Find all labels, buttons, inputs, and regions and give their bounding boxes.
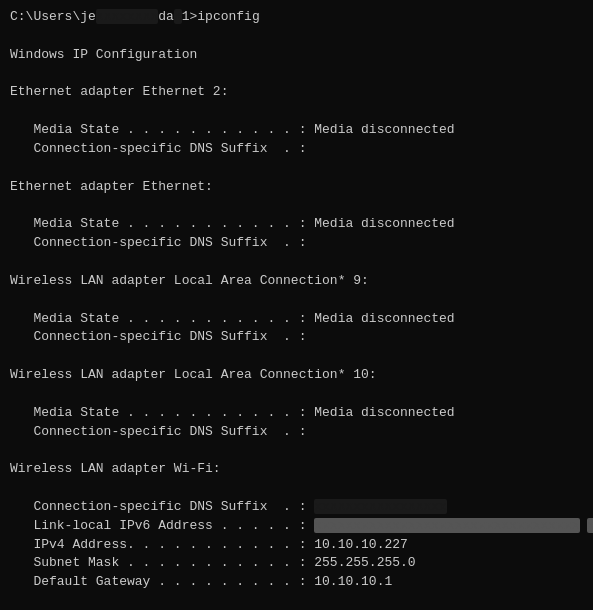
- terminal-window: C:\Users\jexxxxxxxxdax1>ipconfig Windows…: [10, 8, 583, 610]
- section-line: Media State . . . . . . . . . . . : Medi…: [10, 121, 583, 140]
- section-header: Ethernet adapter Ethernet:: [10, 178, 583, 197]
- section-line: IPv4 Address. . . . . . . . . . . : 10.1…: [10, 536, 583, 555]
- section-line: Media State . . . . . . . . . . . : Medi…: [10, 215, 583, 234]
- section-line: Default Gateway . . . . . . . . . : 10.1…: [10, 573, 583, 592]
- section-header: Wireless LAN adapter Wi-Fi:: [10, 460, 583, 479]
- section-line: Media State . . . . . . . . . . . : Medi…: [10, 404, 583, 423]
- section-ethernet: Ethernet adapter Ethernet: Media State .…: [10, 178, 583, 272]
- section-wifi: Wireless LAN adapter Wi-Fi: Connection-s…: [10, 460, 583, 610]
- section-line: Connection-specific DNS Suffix . : xxxxx…: [10, 498, 583, 517]
- section-header: Ethernet adapter Ethernet 2:: [10, 83, 583, 102]
- section-ethernet2: Ethernet adapter Ethernet 2: Media State…: [10, 83, 583, 177]
- section-wlan10: Wireless LAN adapter Local Area Connecti…: [10, 366, 583, 460]
- section-line: Media State . . . . . . . . . . . : Medi…: [10, 310, 583, 329]
- section-line: Subnet Mask . . . . . . . . . . . : 255.…: [10, 554, 583, 573]
- section-wlan9: Wireless LAN adapter Local Area Connecti…: [10, 272, 583, 366]
- section-line: Link-local IPv6 Address . . . . . : xxxx…: [10, 517, 583, 536]
- section-line: Connection-specific DNS Suffix . :: [10, 140, 583, 159]
- section-header: Wireless LAN adapter Local Area Connecti…: [10, 272, 583, 291]
- section-line: Connection-specific DNS Suffix . :: [10, 234, 583, 253]
- section-line: Connection-specific DNS Suffix . :: [10, 328, 583, 347]
- prompt-line: C:\Users\jexxxxxxxxdax1>ipconfig: [10, 8, 583, 27]
- windows-ip-config: Windows IP Configuration: [10, 46, 583, 65]
- section-line: Connection-specific DNS Suffix . :: [10, 423, 583, 442]
- section-header: Wireless LAN adapter Local Area Connecti…: [10, 366, 583, 385]
